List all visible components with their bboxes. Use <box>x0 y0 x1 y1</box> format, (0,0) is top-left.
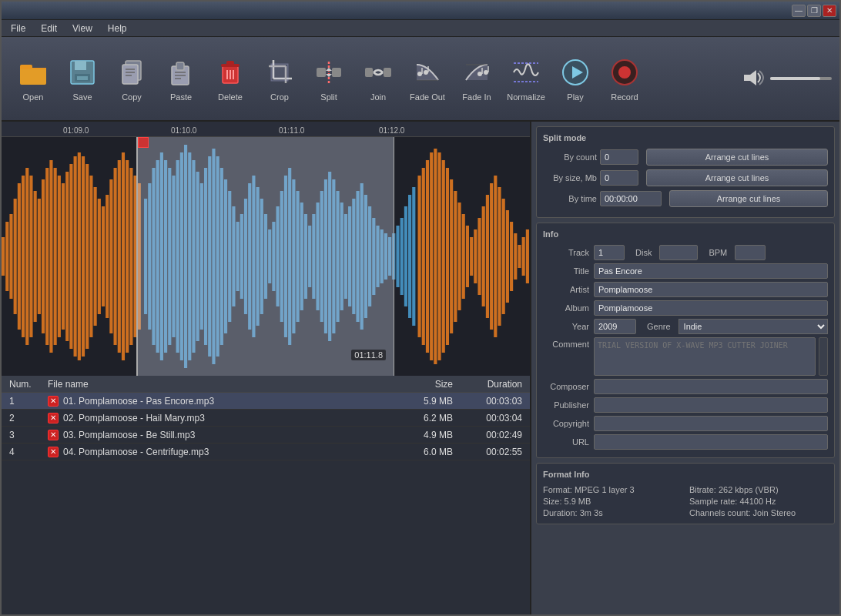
composer-row: Composer <box>543 379 828 394</box>
year-input[interactable] <box>594 319 636 334</box>
svg-rect-53 <box>22 176 25 337</box>
svg-rect-146 <box>396 226 399 287</box>
waveform-container[interactable]: 01:09.0 01:10.0 01:11.0 01:12.0 <box>2 122 530 376</box>
comment-scrollbar[interactable] <box>819 337 828 376</box>
arrange-by-size-button[interactable]: Arrange cut lines <box>646 169 828 186</box>
copyright-input[interactable] <box>594 416 828 431</box>
bpm-input[interactable] <box>735 245 766 260</box>
svg-rect-4 <box>75 61 86 70</box>
close-button[interactable]: ✕ <box>823 5 836 17</box>
normalize-button[interactable]: Normalize <box>502 44 550 113</box>
file-row-2[interactable]: 2 ✕ 02. Pomplamoose - Hail Mary.mp3 6.2 … <box>2 410 530 427</box>
copy-button[interactable]: Copy <box>108 44 156 113</box>
by-time-input[interactable] <box>600 191 662 206</box>
svg-rect-19 <box>226 61 234 65</box>
svg-rect-66 <box>74 156 77 357</box>
menu-help[interactable]: Help <box>102 22 133 35</box>
svg-rect-63 <box>62 183 65 330</box>
svg-rect-65 <box>69 164 72 349</box>
svg-rect-169 <box>490 183 493 330</box>
svg-rect-157 <box>442 160 445 353</box>
file-row-4[interactable]: 4 ✕ 04. Pomplamoose - Centrifuge.mp3 6.0… <box>2 444 530 460</box>
svg-rect-172 <box>502 199 505 314</box>
window-controls: — ❐ ✕ <box>792 5 836 17</box>
url-label: URL <box>543 437 589 447</box>
svg-rect-148 <box>404 206 407 306</box>
file-row-1[interactable]: 1 ✕ 01. Pomplamoose - Pas Encore.mp3 5.9… <box>2 393 530 410</box>
svg-rect-0 <box>20 68 46 85</box>
svg-rect-149 <box>408 195 411 318</box>
url-input[interactable] <box>594 434 828 450</box>
file-row-2-delete[interactable]: ✕ <box>48 413 59 424</box>
copy-icon <box>115 55 149 89</box>
record-button[interactable]: Record <box>601 44 648 113</box>
normalize-label: Normalize <box>507 92 545 102</box>
file-row-2-num: 2 <box>2 413 40 424</box>
file-row-1-duration: 00:03:03 <box>461 396 530 407</box>
svg-rect-74 <box>106 195 109 318</box>
svg-rect-147 <box>400 218 404 295</box>
svg-rect-77 <box>118 160 121 353</box>
artist-input[interactable] <box>594 282 828 297</box>
selection-overlay[interactable]: 01:11.8 <box>136 137 394 376</box>
file-row-3[interactable]: 3 ✕ 03. Pomplamoose - Be Still.mp3 4.9 M… <box>2 427 530 444</box>
fadeout-icon <box>410 55 444 89</box>
paste-button[interactable]: Paste <box>157 44 205 113</box>
svg-rect-48 <box>2 237 5 276</box>
file-row-4-size: 6.0 MB <box>399 447 461 457</box>
album-input[interactable] <box>594 300 828 316</box>
svg-point-37 <box>477 72 482 76</box>
split-button[interactable]: Split <box>305 44 353 113</box>
split-mode-group: Split mode By count Arrange cut lines By… <box>536 126 835 218</box>
info-group: Info Track Disk BPM Title Artist <box>536 223 835 458</box>
svg-rect-52 <box>18 183 21 330</box>
copyright-row: Copyright <box>543 416 828 431</box>
svg-rect-80 <box>129 168 132 345</box>
main-area: 01:09.0 01:10.0 01:11.0 01:12.0 <box>2 122 839 614</box>
comment-input[interactable] <box>594 337 816 376</box>
crop-button[interactable]: Crop <box>256 44 303 113</box>
publisher-label: Publisher <box>543 400 589 410</box>
menu-edit[interactable]: Edit <box>35 22 63 35</box>
file-row-4-delete[interactable]: ✕ <box>48 447 59 457</box>
arrange-by-time-button[interactable]: Arrange cut lines <box>669 190 828 207</box>
save-button[interactable]: Save <box>59 44 106 113</box>
title-label: Title <box>543 266 589 276</box>
toolbar: Open Save <box>2 37 839 122</box>
file-row-1-delete[interactable]: ✕ <box>48 396 59 407</box>
track-input[interactable] <box>594 245 625 260</box>
arrange-by-count-button[interactable]: Arrange cut lines <box>646 149 828 166</box>
selection-handle[interactable] <box>138 137 149 148</box>
menu-file[interactable]: File <box>5 22 32 35</box>
file-row-1-num: 1 <box>2 396 40 407</box>
by-size-input[interactable] <box>600 170 638 186</box>
volume-slider[interactable] <box>770 77 832 80</box>
svg-rect-6 <box>77 76 88 80</box>
svg-rect-175 <box>514 233 517 280</box>
minimize-button[interactable]: — <box>792 5 806 17</box>
join-button[interactable]: Join <box>354 44 402 113</box>
fadeout-button[interactable]: Fade Out <box>404 44 451 113</box>
record-icon <box>608 55 642 89</box>
open-button[interactable]: Open <box>9 44 57 113</box>
menu-view[interactable]: View <box>66 22 99 35</box>
format-size: Size: 5.9 MB <box>543 497 682 506</box>
restore-button[interactable]: ❐ <box>807 5 821 17</box>
file-row-3-delete[interactable]: ✕ <box>48 430 59 440</box>
publisher-input[interactable] <box>594 397 828 413</box>
svg-rect-176 <box>518 245 521 268</box>
fadein-button[interactable]: Fade In <box>453 44 501 113</box>
svg-rect-54 <box>25 168 28 345</box>
split-by-time-row: By time Arrange cut lines <box>543 190 828 207</box>
title-input[interactable] <box>594 263 828 279</box>
by-count-input[interactable] <box>600 149 638 165</box>
genre-select[interactable]: Indie Pop Rock Jazz <box>678 319 828 334</box>
disk-input[interactable] <box>659 245 698 260</box>
delete-button[interactable]: Delete <box>206 44 254 113</box>
svg-rect-69 <box>85 164 89 349</box>
composer-input[interactable] <box>594 379 828 394</box>
play-button[interactable]: Play <box>551 44 599 113</box>
col-header-name: File name <box>40 379 399 390</box>
svg-rect-168 <box>486 195 489 318</box>
comment-label: Comment <box>543 337 589 349</box>
